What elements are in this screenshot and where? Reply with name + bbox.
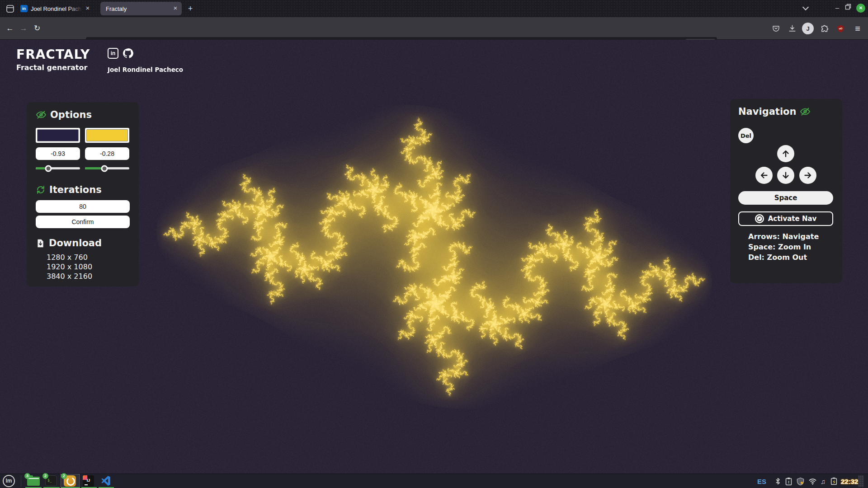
github-icon[interactable]	[122, 47, 134, 61]
arrow-left-button[interactable]	[755, 167, 773, 184]
svg-text:!: !	[788, 479, 789, 484]
show-desktop-button[interactable]	[858, 475, 864, 487]
arrow-down-icon	[781, 170, 791, 180]
taskbar-divider	[21, 475, 21, 487]
battery-icon[interactable]	[830, 474, 839, 488]
iterations-title: Iterations	[49, 184, 102, 195]
clock[interactable]: 22:32	[841, 474, 858, 488]
iterations-title-row: Iterations	[36, 184, 102, 195]
hamburger-menu-icon[interactable]: ≡	[852, 23, 863, 34]
navigation-title-row: Navigation	[738, 106, 811, 117]
linkedin-favicon-icon: in	[20, 5, 28, 12]
downloads-icon[interactable]	[786, 23, 798, 34]
arrow-right-icon	[803, 170, 813, 180]
download-title: Download	[49, 238, 102, 249]
arrow-left-icon	[759, 170, 769, 180]
color-picker-fractal[interactable]	[85, 128, 129, 143]
options-title: Options	[50, 109, 92, 120]
activate-nav-label: Activate Nav	[768, 215, 817, 223]
linkedin-icon[interactable]: in	[108, 48, 118, 59]
window-restore-button[interactable]	[844, 3, 854, 13]
firewall-shield-icon[interactable]	[796, 474, 805, 488]
mint-menu-button[interactable]: lm	[3, 475, 15, 487]
arrow-up-icon	[781, 149, 791, 159]
tab-close-icon[interactable]: ×	[83, 4, 92, 13]
download-size-link[interactable]: 1280 x 760	[47, 253, 88, 262]
iterations-input[interactable]: 80	[36, 200, 130, 213]
list-all-tabs-chevron-icon[interactable]	[801, 3, 811, 13]
del-key-button[interactable]: Del	[738, 128, 754, 143]
app-tagline: Fractal generator	[16, 63, 87, 72]
keyboard-layout-indicator[interactable]: ES	[757, 474, 766, 488]
svg-text:uO: uO	[839, 27, 842, 29]
taskbar: lm 3 2 $_ 2 IJ	[0, 474, 868, 488]
confirm-button[interactable]: Confirm	[36, 216, 130, 228]
arrow-down-button[interactable]	[777, 167, 794, 184]
window-count-badge: 2	[61, 473, 67, 479]
bluetooth-icon[interactable]	[775, 474, 781, 488]
tab-fractaly-active[interactable]: Fractaly ×	[100, 2, 182, 15]
hint-del: Del: Zoom Out	[748, 253, 807, 262]
c-real-slider[interactable]	[36, 167, 80, 169]
activate-nav-button[interactable]: Activate Nav	[738, 211, 833, 226]
hint-arrows: Arrows: Navigate	[748, 232, 819, 241]
wifi-icon[interactable]	[808, 474, 817, 488]
clipboard-icon[interactable]: !	[785, 474, 793, 488]
browser-window: in Joel Rondinel Pacheco | Lin × Fractal…	[0, 0, 868, 488]
options-title-row: Options	[36, 109, 92, 120]
author-name: Joel Rondinel Pacheco	[108, 66, 183, 73]
ublock-origin-icon[interactable]: uO	[835, 23, 846, 34]
intellij-icon: IJ	[83, 475, 94, 487]
slider-thumb[interactable]	[45, 165, 52, 172]
page-content: FRACTALY Fractal generator in Joel Rondi…	[0, 40, 868, 474]
options-panel: Options -0.93 -0.28 Iterations 80 Confir…	[27, 102, 139, 286]
firefox-view-icon[interactable]	[4, 3, 16, 14]
tab-title-fade	[69, 2, 82, 15]
window-close-button[interactable]: ✕	[856, 4, 865, 13]
c-imag-input[interactable]: -0.28	[85, 147, 129, 160]
window-count-badge: 3	[24, 473, 30, 479]
pocket-icon[interactable]	[770, 23, 782, 34]
new-tab-button[interactable]: +	[184, 3, 196, 15]
eye-off-icon[interactable]	[800, 106, 811, 117]
intellij-app-button[interactable]: IJ	[83, 475, 95, 487]
navigation-toolbar: ← → ↻ https://joelrondinelpacheco.github…	[0, 17, 868, 40]
terminal-app-button[interactable]: 2 $_	[45, 475, 58, 487]
reload-button[interactable]: ↻	[32, 23, 42, 34]
c-real-input[interactable]: -0.93	[36, 147, 80, 160]
download-size-link[interactable]: 3840 x 2160	[47, 272, 92, 281]
tab-linkedin[interactable]: in Joel Rondinel Pacheco | Lin ×	[16, 2, 94, 15]
c-imag-slider[interactable]	[85, 167, 129, 169]
arrow-right-button[interactable]	[799, 167, 816, 184]
media-player-icon[interactable]: ♫	[821, 474, 826, 488]
space-key-button[interactable]: Space	[738, 191, 833, 205]
file-download-icon	[36, 239, 45, 248]
tab-bar: in Joel Rondinel Pacheco | Lin × Fractal…	[0, 0, 868, 17]
color-picker-background[interactable]	[36, 128, 80, 143]
files-app-button[interactable]: 3	[27, 475, 40, 487]
extensions-puzzle-icon[interactable]	[819, 23, 831, 34]
vscode-app-button[interactable]	[100, 475, 113, 487]
slider-thumb[interactable]	[101, 165, 108, 172]
window-minimize-button[interactable]: –	[833, 3, 842, 13]
window-count-badge: 2	[42, 473, 48, 479]
hint-space: Space: Zoom In	[748, 243, 811, 251]
forward-button[interactable]: →	[18, 23, 29, 34]
download-size-link[interactable]: 868 x 488	[47, 263, 92, 271]
tab-close-icon[interactable]: ×	[171, 4, 180, 13]
firefox-app-button[interactable]: 2	[64, 475, 76, 487]
navigation-panel: Navigation Del Space Activate Nav	[730, 99, 842, 283]
download-title-row: Download	[36, 238, 102, 249]
navigation-title: Navigation	[738, 106, 796, 117]
compass-icon	[755, 214, 764, 223]
eye-off-icon[interactable]	[36, 109, 47, 120]
refresh-icon	[36, 185, 46, 195]
arrow-up-button[interactable]	[777, 145, 794, 162]
account-avatar[interactable]: J	[802, 23, 814, 34]
tab-title: Fractaly	[106, 5, 169, 12]
vscode-icon	[100, 475, 112, 487]
app-logo: FRACTALY	[16, 47, 90, 62]
back-button[interactable]: ←	[5, 23, 15, 34]
